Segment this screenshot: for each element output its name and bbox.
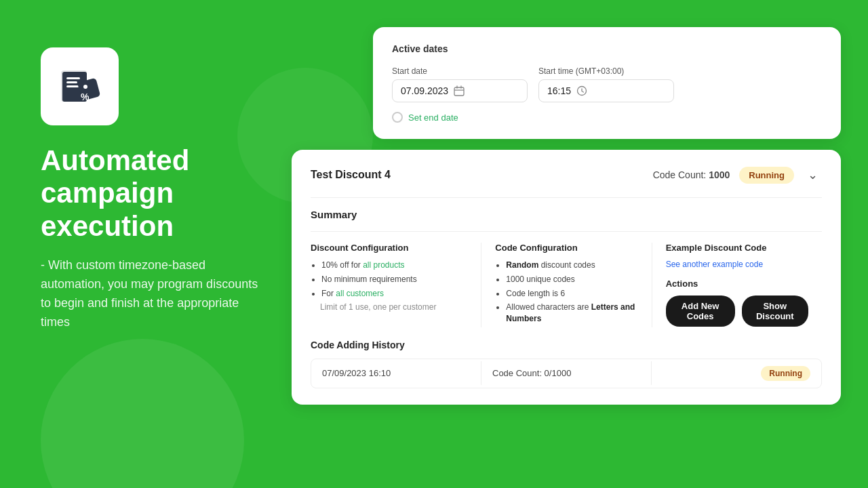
start-time-value: 16:15 (547, 85, 571, 96)
code-config-col: Code Configuration Random discount codes… (481, 243, 651, 327)
svg-rect-8 (454, 87, 464, 96)
history-status-badge: Running (761, 366, 810, 381)
svg-text:%: % (81, 92, 90, 102)
list-item: 1000 unique codes (506, 274, 637, 285)
code-config-title: Code Configuration (495, 243, 637, 253)
history-date: 07/09/2023 16:10 (311, 361, 481, 385)
svg-rect-3 (66, 81, 77, 83)
history-title: Code Adding History (311, 340, 822, 350)
list-item: No minimum requirements (321, 274, 467, 285)
headline-line1: Automated (41, 144, 189, 176)
code-count-text: Code Count: 1000 (653, 169, 730, 180)
discount-config-col: Discount Configuration 10% off for all p… (311, 243, 481, 327)
set-end-date-label: Set end date (408, 113, 458, 123)
svg-rect-2 (66, 77, 80, 79)
clock-icon (576, 85, 587, 96)
start-date-field: Start date 07.09.2023 (392, 66, 528, 102)
set-end-date-radio[interactable] (392, 112, 403, 123)
discount-config-list: 10% off for all products No minimum requ… (311, 260, 467, 313)
svg-rect-4 (66, 85, 79, 87)
divider (311, 197, 822, 198)
start-time-input-wrap[interactable]: 16:15 (538, 79, 674, 102)
headline-line2: campaign (41, 177, 174, 209)
headline-line3: execution (41, 210, 174, 242)
discount-name: Test Discount 4 (311, 169, 391, 181)
discount-config-title: Discount Configuration (311, 243, 467, 253)
running-badge: Running (739, 167, 794, 184)
code-count-label: Code Count: (653, 169, 707, 180)
logo-box: % (41, 47, 119, 125)
list-item: For all customers (321, 288, 467, 300)
discount-header: Test Discount 4 Code Count: 1000 Running… (311, 166, 822, 184)
active-dates-card: Active dates Start date 07.09.2023 Star (373, 27, 841, 139)
left-panel: % Automated campaign execution - With cu… (41, 27, 264, 331)
headline: Automated campaign execution (41, 144, 264, 243)
history-status-cell: Running (652, 359, 821, 388)
see-example-link[interactable]: See another example code (666, 260, 808, 269)
history-section: Code Adding History 07/09/2023 16:10 Cod… (311, 340, 822, 388)
start-time-label: Start time (GMT+03:00) (538, 66, 674, 76)
history-table: 07/09/2023 16:10 Code Count: 0/1000 Runn… (311, 359, 822, 388)
date-row: Start date 07.09.2023 Start time (GMT+03… (392, 66, 822, 102)
calendar-icon (454, 85, 465, 96)
code-count-value: 1000 (709, 169, 730, 180)
svg-point-6 (83, 85, 87, 89)
start-date-input-wrap[interactable]: 07.09.2023 (392, 79, 528, 102)
page-layout: % Automated campaign execution - With cu… (0, 0, 868, 488)
code-config-list: Random discount codes 1000 unique codes … (495, 260, 637, 325)
start-time-field: Start time (GMT+03:00) 16:15 (538, 66, 674, 102)
summary-title: Summary (311, 209, 822, 220)
active-dates-title: Active dates (392, 43, 822, 54)
logo-icon: % (56, 62, 104, 111)
summary-grid: Discount Configuration 10% off for all p… (311, 231, 822, 327)
actions-title: Actions (666, 279, 808, 289)
start-date-label: Start date (392, 66, 528, 76)
actions-row: Add New Codes Show Discount (666, 296, 808, 327)
right-panel: Active dates Start date 07.09.2023 Star (292, 27, 841, 405)
discount-header-right: Code Count: 1000 Running ⌄ (653, 166, 822, 184)
list-item: Code length is 6 (506, 288, 637, 300)
example-actions-col: Example Discount Code See another exampl… (652, 243, 822, 327)
set-end-date-row[interactable]: Set end date (392, 112, 822, 123)
list-item: Allowed characters are Letters and Numbe… (506, 302, 637, 325)
history-row: 07/09/2023 16:10 Code Count: 0/1000 Runn… (311, 359, 821, 388)
subtext: - With custom timezone-based automation,… (41, 256, 264, 332)
history-code-count: Code Count: 0/1000 (481, 361, 652, 385)
add-new-codes-button[interactable]: Add New Codes (666, 296, 735, 327)
start-date-value: 07.09.2023 (401, 85, 448, 96)
example-code-title: Example Discount Code (666, 243, 808, 253)
list-item: Random discount codes (506, 260, 637, 271)
discount-main-card: Test Discount 4 Code Count: 1000 Running… (292, 150, 841, 405)
list-item: 10% off for all products (321, 260, 467, 271)
show-discount-button[interactable]: Show Discount (742, 296, 808, 327)
collapse-button[interactable]: ⌄ (804, 166, 822, 184)
list-item: Limit of 1 use, one per customer (320, 302, 467, 313)
